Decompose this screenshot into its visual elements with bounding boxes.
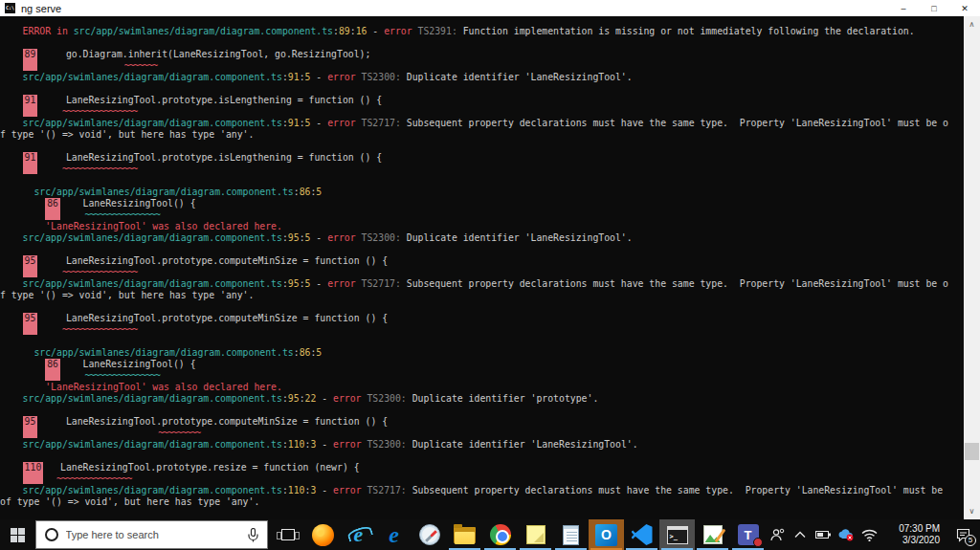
terminal-line: src/app/swimlanes/diagram/diagram.compon… (0, 347, 980, 359)
taskbar-app-notepad[interactable] (553, 519, 589, 550)
terminal-text (0, 416, 23, 427)
minimize-button[interactable]: – (888, 0, 919, 16)
terminal-line: f type '() => void', but here has type '… (0, 129, 980, 141)
terminal-line: ~~~~~~~~~~~~~~~~ (0, 164, 980, 175)
terminal-line (0, 244, 980, 255)
terminal-text: 5 (316, 347, 322, 358)
terminal-line: 86 LaneResizingTool() { (0, 198, 980, 209)
terminal-text: ERROR in (23, 26, 74, 36)
terminal-text: 16 (356, 26, 368, 36)
microphone-icon[interactable] (248, 528, 258, 542)
taskbar-apps (270, 519, 766, 550)
people-icon[interactable] (766, 519, 789, 550)
terminal-body: ERROR in src/app/swimlanes/diagram/diagr… (0, 16, 980, 519)
terminal-line: ~~~~~~~~~~~~~~~~ (0, 106, 980, 118)
taskbar-app-photos[interactable] (695, 519, 730, 550)
terminal-text: ~~~~~~~~~~~~~~~~ (62, 164, 137, 174)
terminal-text: LaneResizingTool.prototype.isLengthening… (37, 95, 382, 105)
terminal-text: 95 (288, 232, 300, 243)
terminal-text: src/app/swimlanes/diagram/diagram.compon… (33, 347, 293, 358)
taskbar-app-safari[interactable] (412, 519, 447, 550)
start-button[interactable] (0, 519, 35, 550)
action-center-button[interactable]: 5 (946, 519, 980, 550)
terminal-text: Duplicate identifier 'LaneResizingTool'. (407, 439, 638, 450)
sticky-notes-icon (526, 525, 546, 544)
terminal-text: ~~~~~~~~~~~~~~~~ (84, 370, 159, 381)
safari-icon (419, 524, 440, 545)
terminal-text: error (327, 232, 356, 243)
outlook-icon (595, 524, 617, 546)
taskbar-app-explorer[interactable] (447, 519, 482, 550)
explorer-icon (454, 527, 476, 543)
taskbar-app-sticky-notes[interactable] (518, 519, 553, 550)
taskbar-app-edge[interactable] (376, 519, 412, 550)
scrollbar-up-icon[interactable]: ∧ (964, 16, 980, 33)
ie-icon (347, 523, 370, 546)
terminal-text (0, 209, 84, 220)
terminal-text: ~~~~~~~~~~~~~~~~ (62, 324, 137, 335)
terminal-text: src/app/swimlanes/diagram/diagram.compon… (23, 485, 282, 495)
taskbar-search[interactable] (35, 520, 268, 549)
terminal-text (0, 382, 45, 392)
taskbar: 07:30 PM 3/3/2020 5 (0, 519, 980, 550)
terminal-text (0, 221, 45, 231)
terminal-line: 95 LaneResizingTool.prototype.computeMin… (0, 313, 980, 324)
terminal-line: src/app/swimlanes/diagram/diagram.compon… (0, 439, 980, 451)
terminal-text: ~~~~~~~~~ (158, 428, 200, 438)
maximize-button[interactable]: □ (919, 0, 949, 16)
terminal-text: src/app/swimlanes/diagram/diagram.compon… (23, 232, 282, 243)
taskbar-clock[interactable]: 07:30 PM 3/3/2020 (884, 523, 940, 546)
clock-time: 07:30 PM (884, 523, 940, 535)
task-view-button[interactable] (270, 519, 305, 550)
cmd-icon (667, 526, 688, 544)
taskbar-app-teams[interactable] (730, 519, 766, 550)
terminal-text: Subsequent property declarations must ha… (401, 118, 948, 128)
terminal-line: src/app/swimlanes/diagram/diagram.compon… (0, 278, 980, 290)
terminal-text: go.Diagram.inherit(LaneResizingTool, go.… (37, 49, 370, 59)
taskbar-app-ie[interactable] (341, 519, 376, 550)
vscode-icon (632, 524, 653, 545)
terminal-line: src/app/swimlanes/diagram/diagram.compon… (0, 232, 980, 244)
terminal-line: 95 LaneResizingTool.prototype.computeMin… (0, 255, 980, 267)
terminal-text (0, 267, 62, 277)
terminal-text: LaneResizingTool() { (60, 198, 196, 209)
terminal-text: - (310, 72, 327, 82)
terminal-text: src/app/swimlanes/diagram/diagram.compon… (23, 393, 282, 404)
terminal-text: TS2717: (367, 485, 406, 495)
battery-icon[interactable] (812, 519, 835, 550)
scrollbar-thumb[interactable] (965, 443, 979, 460)
chrome-icon (490, 524, 511, 545)
terminal-line: ~~~~~~~~~~~~~~~~ (0, 473, 980, 485)
close-button[interactable]: ✕ (949, 0, 980, 16)
taskbar-app-cmd[interactable] (659, 519, 695, 550)
hidden-icons-chevron-icon[interactable] (789, 519, 812, 550)
terminal-text: 89 (339, 26, 350, 36)
terminal-text (0, 72, 23, 82)
taskbar-app-vscode[interactable] (624, 519, 659, 550)
terminal-line: src/app/swimlanes/diagram/diagram.compon… (0, 72, 980, 83)
terminal-text (0, 118, 23, 128)
scrollbar-down-icon[interactable]: ∨ (964, 503, 980, 519)
terminal-line (0, 451, 980, 462)
terminal-text: - (310, 232, 327, 243)
taskbar-app-outlook[interactable] (589, 519, 624, 550)
edge-icon (383, 523, 406, 546)
terminal-line (0, 83, 980, 95)
cortana-icon (45, 528, 58, 541)
terminal-text: 22 (305, 393, 317, 404)
vertical-scrollbar[interactable]: ∧ ∨ (964, 16, 980, 519)
taskbar-app-firefox[interactable] (305, 519, 341, 550)
taskbar-app-chrome[interactable] (482, 519, 518, 550)
terminal-text (0, 462, 23, 473)
wifi-icon[interactable] (858, 519, 880, 550)
terminal-text: src/app/swimlanes/diagram/diagram.compon… (23, 439, 282, 450)
onedrive-icon[interactable] (835, 519, 858, 550)
terminal-line: of type '() => void', but here has type … (0, 496, 980, 508)
terminal-text (0, 152, 23, 163)
terminal-text: error (333, 439, 362, 450)
terminal-text: ~~~~~~~ (124, 60, 157, 71)
terminal-text: 'LaneResizingTool' was also declared her… (45, 221, 282, 231)
search-input[interactable] (66, 529, 239, 540)
terminal-line: ~~~~~~~ (0, 60, 980, 72)
clock-date: 3/3/2020 (884, 535, 940, 546)
